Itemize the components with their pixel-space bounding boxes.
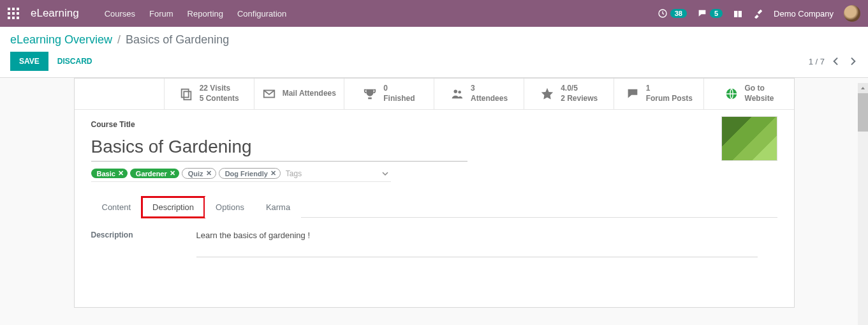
breadcrumb: eLearning Overview / Basics of Gardening [10, 33, 858, 47]
scrollbar-thumb[interactable] [858, 93, 868, 132]
stat-finished-l1: 0 [383, 84, 415, 94]
svg-rect-4 [12, 12, 15, 15]
stat-rev-l2: 2 Reviews [561, 94, 598, 104]
svg-rect-1 [12, 8, 15, 10]
tag-remove-icon[interactable]: ✕ [170, 169, 175, 178]
tag-gardener[interactable]: Gardener ✕ [130, 169, 179, 178]
svg-rect-7 [12, 17, 15, 19]
tags-field[interactable]: Basic ✕ Gardener ✕ Quiz ✕ Dog Friendly ✕… [91, 168, 391, 182]
tab-options[interactable]: Options [205, 197, 255, 218]
title-label: Course Title [91, 120, 777, 129]
tab-karma[interactable]: Karma [255, 197, 301, 218]
trophy-icon [363, 87, 377, 101]
breadcrumb-bar: eLearning Overview / Basics of Gardening… [0, 27, 868, 78]
gift-icon[interactable] [733, 8, 743, 19]
stat-forum-l1: 1 [646, 84, 693, 94]
breadcrumb-current: Basics of Gardening [126, 33, 229, 47]
svg-rect-13 [181, 89, 188, 98]
description-row: Description [91, 231, 777, 257]
stat-row: 22 Visits5 Contents Mail Attendees 0Fini… [75, 79, 794, 110]
stat-forum-l2: Forum Posts [646, 94, 693, 104]
menu-forum[interactable]: Forum [149, 9, 173, 19]
action-row: Save Discard 1 / 7 [10, 52, 858, 77]
svg-rect-12 [737, 11, 738, 17]
chat-count: 5 [710, 9, 723, 18]
description-label: Description [91, 231, 139, 257]
discard-button[interactable]: Discard [57, 57, 92, 66]
svg-rect-3 [8, 12, 10, 15]
pager: 1 / 7 [809, 56, 858, 66]
stat-finished-l2: Finished [383, 94, 415, 104]
tags-placeholder: Tags [286, 169, 391, 178]
stat-att-l2: Attendees [471, 94, 508, 104]
stat-spacer [75, 79, 165, 109]
vertical-scrollbar[interactable] [858, 83, 868, 308]
topbar-right: 38 5 Demo Company [658, 5, 860, 22]
copy-icon [179, 87, 193, 101]
scroll-up-icon[interactable] [858, 83, 868, 93]
stat-attendees[interactable]: 3Attendees [434, 79, 524, 109]
stat-att-l1: 3 [471, 84, 508, 94]
stat-web-l2: Website [745, 94, 774, 104]
svg-rect-8 [17, 17, 19, 19]
form-sheet: 22 Visits5 Contents Mail Attendees 0Fini… [74, 78, 795, 308]
stat-visits[interactable]: 22 Visits5 Contents [165, 79, 254, 109]
tag-remove-icon[interactable]: ✕ [118, 169, 124, 178]
chevron-down-icon[interactable] [382, 170, 388, 177]
svg-point-16 [454, 90, 458, 94]
stat-visits-l2: 5 Contents [200, 94, 239, 104]
chat-badge[interactable]: 5 [697, 8, 723, 19]
svg-rect-0 [8, 8, 10, 10]
tabs: Content Description Options Karma [91, 196, 777, 218]
tab-description[interactable]: Description [142, 197, 205, 218]
stat-finished[interactable]: 0Finished [344, 79, 434, 109]
stat-website[interactable]: Go toWebsite [704, 79, 793, 109]
company-name[interactable]: Demo Company [774, 9, 834, 19]
stat-visits-l1: 22 Visits [200, 84, 239, 94]
stat-mail-l1: Mail Attendees [283, 89, 336, 99]
tab-content[interactable]: Content [91, 197, 142, 218]
avatar[interactable] [844, 5, 860, 22]
wrench-icon[interactable] [753, 8, 763, 19]
breadcrumb-root[interactable]: eLearning Overview [10, 33, 112, 47]
clock-badge[interactable]: 38 [658, 8, 687, 19]
menu-configuration[interactable]: Configuration [237, 9, 286, 19]
svg-rect-5 [17, 12, 19, 15]
save-button[interactable]: Save [10, 52, 48, 71]
stat-rev-l1: 4.0/5 [561, 84, 598, 94]
tag-remove-icon[interactable]: ✕ [270, 169, 276, 178]
svg-point-17 [458, 91, 461, 94]
clock-icon [658, 8, 668, 19]
course-image[interactable] [721, 116, 777, 161]
tag-quiz[interactable]: Quiz ✕ [182, 168, 216, 179]
globe-icon [725, 87, 739, 101]
pager-prev-icon[interactable] [831, 56, 841, 66]
sheet-body: Course Title Basic ✕ Gardener ✕ Quiz ✕ D… [75, 110, 794, 283]
menu-courses[interactable]: Courses [105, 9, 135, 19]
stat-forum[interactable]: 1Forum Posts [614, 79, 704, 109]
svg-rect-2 [17, 8, 19, 10]
stat-web-l1: Go to [745, 84, 774, 94]
clock-count: 38 [670, 9, 687, 18]
tag-dog-friendly[interactable]: Dog Friendly ✕ [219, 168, 281, 179]
comment-icon [626, 87, 640, 101]
tag-basic[interactable]: Basic ✕ [91, 169, 128, 178]
star-icon [540, 87, 554, 101]
pager-next-icon[interactable] [848, 56, 858, 66]
svg-rect-6 [8, 17, 10, 19]
svg-rect-14 [184, 91, 191, 100]
stat-reviews[interactable]: 4.0/52 Reviews [524, 79, 614, 109]
topbar: eLearning Courses Forum Reporting Config… [0, 0, 868, 27]
breadcrumb-sep: / [117, 33, 121, 47]
app-title[interactable]: eLearning [31, 7, 79, 20]
tag-remove-icon[interactable]: ✕ [206, 169, 212, 178]
top-menu: Courses Forum Reporting Configuration [105, 9, 287, 19]
users-icon [450, 87, 464, 101]
course-title-input[interactable] [91, 135, 467, 162]
envelope-icon [262, 87, 276, 101]
menu-reporting[interactable]: Reporting [188, 9, 223, 19]
description-input[interactable] [196, 231, 758, 257]
pager-text: 1 / 7 [809, 57, 825, 66]
apps-icon[interactable] [8, 8, 19, 19]
stat-mail[interactable]: Mail Attendees [254, 79, 344, 109]
